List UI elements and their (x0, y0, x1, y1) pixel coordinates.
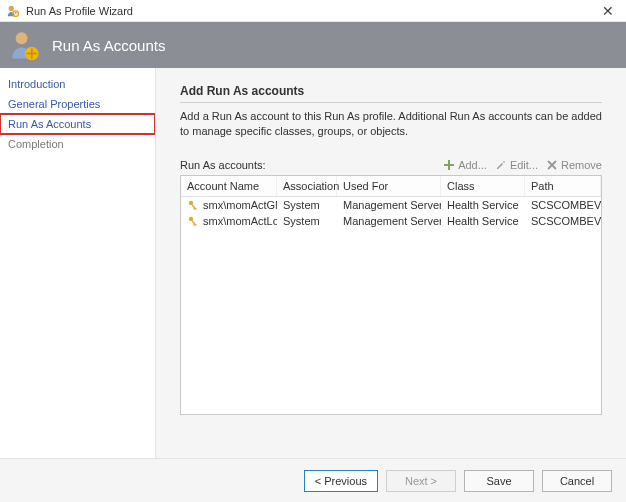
table-row[interactable]: smx\momActLowGSystemManagement ServerHea… (181, 213, 601, 229)
cell-path: SCSCOMBEVM00134.sm (525, 213, 601, 229)
cell-association: System (277, 197, 337, 213)
cell-account-name: smx\momActLowG (203, 215, 277, 227)
close-button[interactable]: ✕ (596, 3, 620, 19)
accounts-toolbar: Add... Edit... Remove (443, 159, 602, 171)
cell-association: System (277, 213, 337, 229)
banner-title: Run As Accounts (52, 37, 165, 54)
list-label: Run As accounts: (180, 159, 266, 171)
wizard-step[interactable]: Introduction (0, 74, 155, 94)
svg-point-0 (9, 5, 14, 10)
cell-used-for: Management Server (337, 197, 441, 213)
wizard-banner-icon (8, 28, 42, 62)
previous-button[interactable]: < Previous (304, 470, 378, 492)
next-button: Next > (386, 470, 456, 492)
wizard-banner: Run As Accounts (0, 22, 626, 68)
cell-class: Health Service (441, 197, 525, 213)
wizard-step[interactable]: Run As Accounts (0, 114, 155, 134)
remove-button-label: Remove (561, 159, 602, 171)
add-button-label: Add... (458, 159, 487, 171)
wizard-step[interactable]: General Properties (0, 94, 155, 114)
add-button[interactable]: Add... (443, 159, 487, 171)
wizard-footer: < Previous Next > Save Cancel (0, 458, 626, 502)
table-row[interactable]: smx\momActGMSA$SystemManagement ServerHe… (181, 197, 601, 213)
app-icon (6, 4, 20, 18)
remove-button[interactable]: Remove (546, 159, 602, 171)
title-bar: Run As Profile Wizard ✕ (0, 0, 626, 22)
pencil-icon (495, 159, 507, 171)
col-class[interactable]: Class (441, 176, 525, 196)
cell-used-for: Management Server (337, 213, 441, 229)
page-heading: Add Run As accounts (180, 84, 602, 103)
svg-point-2 (16, 32, 28, 44)
wizard-step: Completion (0, 134, 155, 154)
cell-account-name: smx\momActGMSA$ (203, 199, 277, 211)
save-button[interactable]: Save (464, 470, 534, 492)
wizard-page: Add Run As accounts Add a Run As account… (155, 68, 626, 458)
x-icon (546, 159, 558, 171)
col-association[interactable]: Association (277, 176, 337, 196)
cell-class: Health Service (441, 213, 525, 229)
account-icon (187, 199, 199, 211)
wizard-steps-sidebar: IntroductionGeneral PropertiesRun As Acc… (0, 68, 155, 458)
col-used-for[interactable]: Used For (337, 176, 441, 196)
window-title: Run As Profile Wizard (26, 5, 133, 17)
cancel-button[interactable]: Cancel (542, 470, 612, 492)
plus-icon (443, 159, 455, 171)
grid-header: Account Name Association Used For Class … (181, 176, 601, 197)
cell-path: SCSCOMBEVM00099.sm (525, 197, 601, 213)
edit-button-label: Edit... (510, 159, 538, 171)
account-icon (187, 215, 199, 227)
col-path[interactable]: Path (525, 176, 601, 196)
col-account-name[interactable]: Account Name (181, 176, 277, 196)
page-description: Add a Run As account to this Run As prof… (180, 109, 602, 139)
edit-button[interactable]: Edit... (495, 159, 538, 171)
accounts-grid[interactable]: Account Name Association Used For Class … (180, 175, 602, 415)
svg-rect-5 (27, 53, 37, 55)
